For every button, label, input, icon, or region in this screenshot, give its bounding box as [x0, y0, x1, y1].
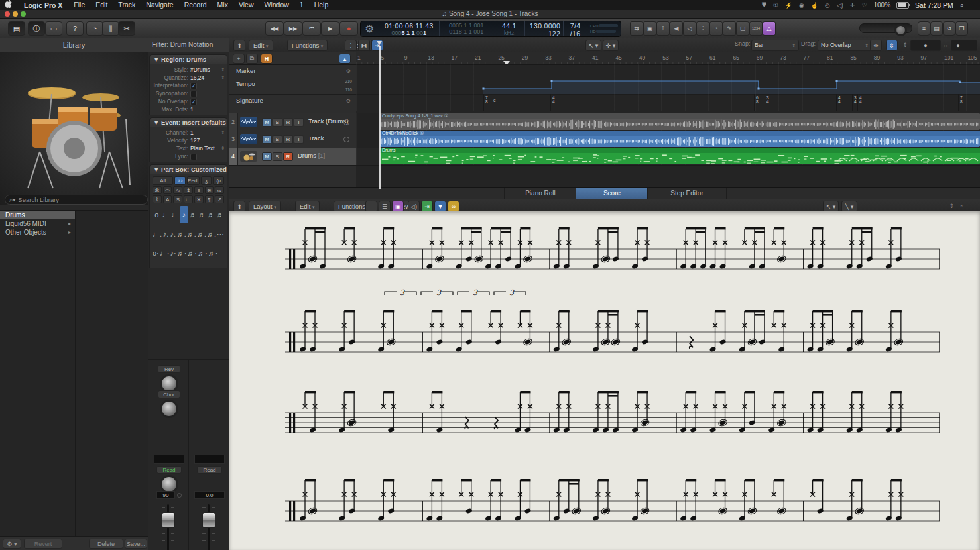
metronome-icon[interactable]: △ — [763, 21, 776, 36]
quick-help-icon[interactable]: ? — [66, 21, 84, 36]
notation-symbol-icon[interactable]: ⌇ — [153, 195, 162, 203]
rewind-icon[interactable]: ◀◀ — [265, 21, 284, 36]
master-automation-read-button[interactable]: Read — [197, 466, 222, 474]
chor-send-knob[interactable] — [160, 400, 178, 418]
note-duration-icon[interactable]: ♬ — [215, 206, 224, 223]
automation-icon[interactable]: ⧓ — [358, 40, 370, 51]
menu-item-mix[interactable]: Mix — [212, 0, 233, 10]
tab-score[interactable]: Score — [576, 188, 648, 199]
keyboard-icon[interactable]: ▢ — [736, 21, 749, 36]
at-circle-icon[interactable]: ◉ — [799, 2, 804, 9]
note-duration-icon[interactable]: ♬. — [207, 225, 216, 243]
revert-button[interactable]: Revert — [24, 539, 62, 549]
note-duration-icon[interactable]: ♪. — [162, 225, 169, 243]
count-in-icon[interactable]: 1234 — [749, 21, 763, 36]
inspector-section-event[interactable]: ▼ Event: Insert Defaults — [149, 117, 227, 127]
inspector-icon[interactable]: ⓘ — [28, 21, 45, 36]
note-duration-icon[interactable]: ♬. — [197, 225, 206, 243]
track-lane[interactable]: Gtr4DrTrkNoClick ① — [356, 131, 980, 148]
signature-event[interactable]: 44 — [552, 96, 555, 104]
stepper-icon[interactable]: ⇕ — [221, 66, 227, 74]
region-2[interactable]: Gtr4DrTrkNoClick ① — [380, 131, 980, 147]
info-circle-icon[interactable]: ① — [773, 2, 778, 9]
rev-send-button[interactable]: Rev — [158, 365, 180, 373]
track-name[interactable]: Track — [308, 135, 324, 142]
inspector-row-value[interactable]: #Drums — [190, 66, 221, 74]
pencil-icon[interactable]: ✎ — [723, 21, 736, 36]
bass-clef-icon[interactable]: ʒ — [201, 176, 212, 185]
stepper-icon[interactable]: ⇕ — [221, 129, 227, 137]
menu-item-edit[interactable]: Edit — [90, 0, 113, 10]
apple-loops-icon[interactable]: ↺ — [943, 21, 955, 36]
editors-icon[interactable]: ✂ — [118, 21, 135, 36]
track-i-button[interactable]: I — [294, 135, 304, 144]
bar-ruler[interactable]: 1591317212529333741454953576165697377818… — [356, 52, 980, 65]
menu-item-track[interactable]: Track — [113, 0, 141, 10]
cycle-icon[interactable]: ⇆ — [630, 21, 643, 36]
global-track-header-tempo[interactable]: Tempo210110 — [229, 78, 356, 95]
lcd-display[interactable]: ⚙ 01:00:06:11.43 0005 1 1 001 0005 1 1 0… — [360, 21, 621, 37]
track-lane[interactable]: Cordyceps Song 4 1-9_1.wav ① — [356, 113, 980, 131]
inspector-row-value[interactable]: 127 — [190, 137, 227, 144]
track-header-track-drums-[interactable]: 2MSRITrack (Drums) — [229, 113, 356, 131]
notation-symbol-icon[interactable]: ✕ — [194, 195, 204, 203]
note-duration-icon[interactable] — [218, 245, 224, 262]
lcd-gear-icon[interactable]: ⚙ — [361, 21, 379, 36]
menu-item-window[interactable]: Window — [259, 0, 294, 10]
h-zoom-slider[interactable]: ●—— — [951, 40, 977, 51]
inspector-section-partbox[interactable]: ▼ Part Box: Customized — [149, 164, 227, 174]
notes-icon[interactable]: ♪♪ — [174, 176, 186, 185]
partbox-all-button[interactable]: All — [153, 176, 173, 185]
master-volume-fader[interactable] — [202, 512, 215, 528]
lcd-smpte-time[interactable]: 01:00:06:11.43 — [382, 22, 437, 30]
note-duration-icon[interactable]: ♬· — [198, 245, 208, 262]
bolt-icon[interactable]: ⚡ — [785, 2, 792, 9]
notation-symbol-icon[interactable]: ♩. — [184, 195, 193, 203]
global-tracks-icon[interactable]: ▴ — [339, 54, 351, 64]
global-track-header-signature[interactable]: Signature⚙ — [229, 94, 356, 111]
notation-symbol-icon[interactable]: ‖ — [194, 186, 204, 194]
heart-icon[interactable]: ♡ — [861, 2, 867, 9]
playhead[interactable] — [379, 46, 381, 189]
drums-volume-fader[interactable] — [162, 512, 175, 528]
play-icon[interactable]: ▶ — [321, 21, 339, 36]
v-zoom-stepper[interactable]: ⇕ — [902, 40, 908, 50]
track-r-button[interactable]: R — [283, 118, 293, 127]
menu-item-record[interactable]: Record — [179, 0, 212, 10]
lcd-division[interactable]: /16 — [566, 30, 584, 38]
region-3[interactable]: Drums — [380, 148, 980, 164]
vertical-zoom-icon[interactable]: ⇳ — [886, 40, 898, 51]
checkbox[interactable] — [190, 99, 197, 105]
note-duration-icon[interactable]: ⋯ — [217, 225, 224, 243]
score-size-icon[interactable]: ▫ — [958, 201, 965, 211]
track-i-button[interactable]: I — [294, 118, 304, 127]
lcd-locator-top[interactable]: 0005 1 1 001 — [442, 22, 490, 28]
notation-symbol-icon[interactable]: ∿ — [173, 186, 182, 194]
menu-item-1[interactable]: 1 — [294, 0, 309, 10]
notation-symbol-icon[interactable]: ⇞ — [184, 186, 193, 194]
note-duration-icon[interactable]: ♬ — [189, 206, 198, 223]
checkbox[interactable] — [190, 154, 197, 160]
hide-editor-icon[interactable]: ⬆ — [233, 40, 245, 51]
note-duration-icon[interactable]: ♬· — [187, 245, 197, 262]
track-m-button[interactable]: M — [262, 118, 272, 127]
track-r-button[interactable]: R — [283, 135, 293, 144]
tab-piano-roll[interactable]: Piano Roll — [504, 188, 577, 199]
menu-item-file[interactable]: File — [68, 0, 90, 10]
nudge-icon[interactable]: ⁚ — [345, 40, 357, 51]
menu-bar-clock[interactable]: Sat 7:28 PM — [915, 1, 953, 9]
inspector-section-region[interactable]: ▼ Region: Drums — [149, 54, 227, 64]
note-duration-icon[interactable]: ♩ — [170, 206, 179, 223]
notation-symbol-icon[interactable]: A — [163, 195, 172, 203]
note-duration-icon[interactable]: o — [153, 206, 161, 223]
note-duration-icon[interactable]: ♪. — [170, 225, 176, 243]
autopunch-icon[interactable]: ⍑ — [656, 21, 670, 36]
track-header-track[interactable]: 3MSRITrack — [229, 131, 356, 148]
library-item-liquid56-midi[interactable]: Liquid56 MIDI▸ — [0, 219, 75, 228]
note-pads-icon[interactable]: ▤ — [930, 21, 943, 36]
hide-tracks-button[interactable]: H — [261, 54, 273, 64]
note-duration-icon[interactable]: ♬. — [187, 225, 196, 243]
global-track-header-marker[interactable]: Marker⚙ — [229, 64, 356, 78]
note-duration-icon[interactable]: ♩ — [162, 206, 170, 223]
notation-symbol-icon[interactable]: ≋ — [205, 186, 214, 194]
